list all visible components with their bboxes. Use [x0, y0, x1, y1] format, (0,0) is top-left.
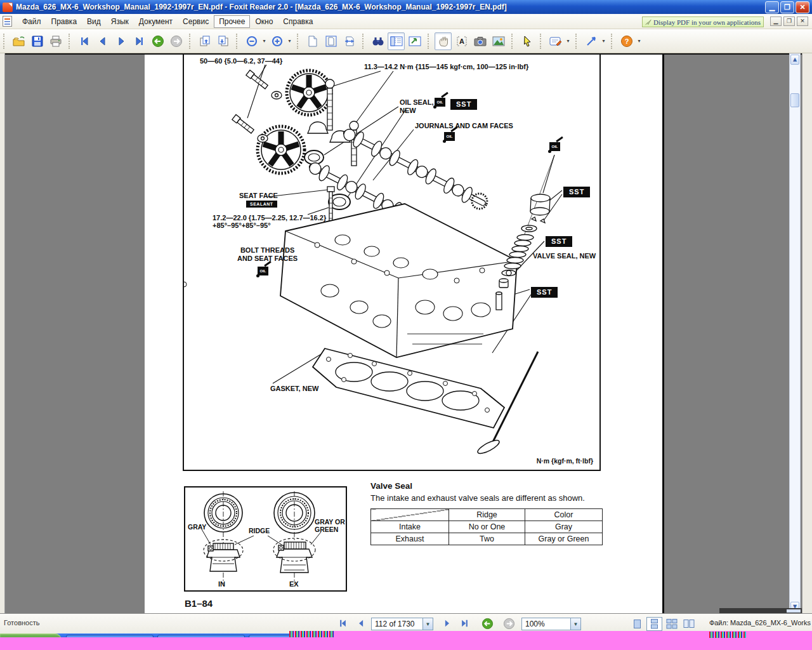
- menu-window[interactable]: Окно: [250, 15, 278, 28]
- go-back-button[interactable]: [149, 32, 166, 50]
- fit-width-button[interactable]: [341, 32, 358, 50]
- minimize-button[interactable]: ▁: [765, 1, 779, 13]
- hand-icon: [438, 36, 449, 47]
- table-header-ridge: Ridge: [449, 509, 525, 521]
- toolbar-grip[interactable]: [611, 34, 613, 49]
- zoom-in-dropdown[interactable]: ▾: [287, 38, 292, 44]
- mdi-minimize-button[interactable]: ▁: [770, 17, 782, 26]
- help-button[interactable]: ?: [618, 32, 635, 50]
- camshaft-sprocket-upper: [287, 70, 331, 115]
- printer-icon: [49, 36, 62, 47]
- mdi-restore-button[interactable]: ❐: [783, 17, 795, 26]
- forward-nav-button[interactable]: [501, 617, 516, 630]
- first-page-button[interactable]: [75, 32, 93, 50]
- image-tool-button[interactable]: [490, 32, 507, 50]
- fit-page-button[interactable]: [322, 32, 339, 50]
- facing-layout-button[interactable]: [664, 617, 679, 631]
- arrow-tool-dropdown[interactable]: ▾: [601, 38, 606, 44]
- section-body: The intake and exhaust valve seals are d…: [370, 493, 585, 503]
- svg-text:?: ?: [624, 37, 629, 45]
- menu-view[interactable]: Вид: [82, 15, 106, 28]
- scrollbar-corner-artifact: [719, 608, 802, 613]
- toolbar-grip[interactable]: [236, 34, 239, 49]
- find-button[interactable]: [369, 32, 386, 50]
- toolbar-grip[interactable]: [189, 34, 192, 49]
- zoom-in-icon: [272, 36, 283, 47]
- menu-advanced[interactable]: Прочее: [214, 15, 250, 28]
- menu-language[interactable]: Язык: [106, 15, 134, 28]
- scroll-up-button[interactable]: ▲: [790, 55, 799, 65]
- toolbar-grip[interactable]: [297, 34, 299, 49]
- export-page-button[interactable]: [214, 32, 232, 50]
- prev-page-nav-button[interactable]: [353, 617, 369, 630]
- scrollbar-thumb[interactable]: [790, 93, 799, 107]
- select-text-button[interactable]: A: [453, 32, 470, 50]
- toolbar-grip[interactable]: [362, 34, 365, 49]
- sst-badge: SST: [450, 99, 477, 110]
- menu-help[interactable]: Справка: [278, 15, 318, 28]
- full-screen-button[interactable]: [406, 32, 423, 50]
- next-page-nav-button[interactable]: [439, 617, 454, 630]
- bolt-threads-label: BOLT THREADSAND SEAT FACES: [237, 246, 298, 263]
- zoom-out-dropdown[interactable]: ▾: [261, 38, 267, 44]
- toolbar-grip[interactable]: [575, 34, 578, 49]
- select-annotation-button[interactable]: [518, 32, 535, 50]
- vertical-scrollbar[interactable]: ▲ ▼: [789, 53, 801, 613]
- zoom-dropdown[interactable]: 100%▼: [521, 618, 581, 630]
- valve-seal-new-label: VALVE SEAL, NEW: [533, 252, 596, 260]
- toolbar-grip[interactable]: [69, 34, 71, 49]
- first-page-nav-button[interactable]: [335, 617, 350, 630]
- continuous-facing-layout-button[interactable]: [681, 617, 697, 631]
- menu-tools[interactable]: Сервис: [178, 15, 214, 28]
- last-page-button[interactable]: [131, 32, 148, 50]
- note-tool-button[interactable]: [547, 32, 564, 50]
- toolbar-grip[interactable]: [540, 34, 542, 49]
- restore-button[interactable]: ❐: [780, 1, 794, 13]
- units-footnote: N·m {kgf·m, ft·lbf}: [537, 457, 593, 465]
- gasket-label: GASKET, NEW: [270, 385, 318, 393]
- actual-size-button[interactable]: [304, 32, 321, 50]
- left-panel-edge[interactable]: [0, 53, 5, 613]
- continuous-layout-button[interactable]: [646, 617, 662, 631]
- open-button[interactable]: [10, 32, 27, 50]
- note-tool-dropdown[interactable]: ▾: [565, 38, 571, 44]
- head-gasket: [313, 348, 504, 428]
- valve-seal-inset-figure: GRAY RIDGE GRAY OR GREEN IN EX: [184, 486, 347, 592]
- camera-icon: [474, 36, 487, 46]
- last-page-nav-button[interactable]: [457, 617, 472, 630]
- menu-edit[interactable]: Правка: [46, 15, 82, 28]
- prev-page-button[interactable]: [94, 32, 111, 50]
- save-button[interactable]: [29, 32, 46, 50]
- page-number-dropdown[interactable]: 112 of 1730▼: [371, 618, 433, 630]
- ad-banner[interactable]: Display PDF in your own applications: [642, 17, 764, 27]
- mdi-close-button[interactable]: ✕: [797, 17, 808, 26]
- close-button[interactable]: ✕: [796, 1, 809, 13]
- last-page-icon: [460, 619, 469, 628]
- menu-file[interactable]: Файл: [17, 15, 46, 28]
- go-forward-button[interactable]: [167, 32, 185, 50]
- toolbar-grip[interactable]: [511, 34, 514, 49]
- gray-or-green-label-2: GREEN: [315, 526, 338, 533]
- select-text-icon: A: [456, 36, 468, 47]
- menu-document[interactable]: Документ: [134, 15, 178, 28]
- open-folder-icon: [13, 36, 25, 47]
- toolbar-grip[interactable]: [428, 34, 430, 49]
- print-button[interactable]: [47, 32, 64, 50]
- zoom-in-button[interactable]: [268, 32, 285, 50]
- single-page-layout-button[interactable]: [629, 617, 645, 631]
- next-page-button[interactable]: [112, 32, 129, 50]
- reading-layout-button[interactable]: [388, 32, 405, 50]
- table-cell: Gray: [525, 521, 603, 533]
- arrow-tool-button[interactable]: [582, 32, 599, 50]
- hand-tool-button[interactable]: [435, 32, 452, 50]
- section-title: Valve Seal: [370, 481, 412, 491]
- import-page-button[interactable]: [196, 32, 213, 50]
- back-nav-button[interactable]: [480, 617, 495, 630]
- help-dropdown[interactable]: ▾: [636, 38, 642, 44]
- snapshot-button[interactable]: [471, 32, 488, 50]
- back-icon: [152, 35, 164, 48]
- toolbar-grip[interactable]: [3, 34, 6, 49]
- zoom-out-button[interactable]: [243, 32, 260, 50]
- last-page-icon: [134, 36, 145, 46]
- menu-bar: Файл Правка Вид Язык Документ Сервис Про…: [0, 14, 812, 29]
